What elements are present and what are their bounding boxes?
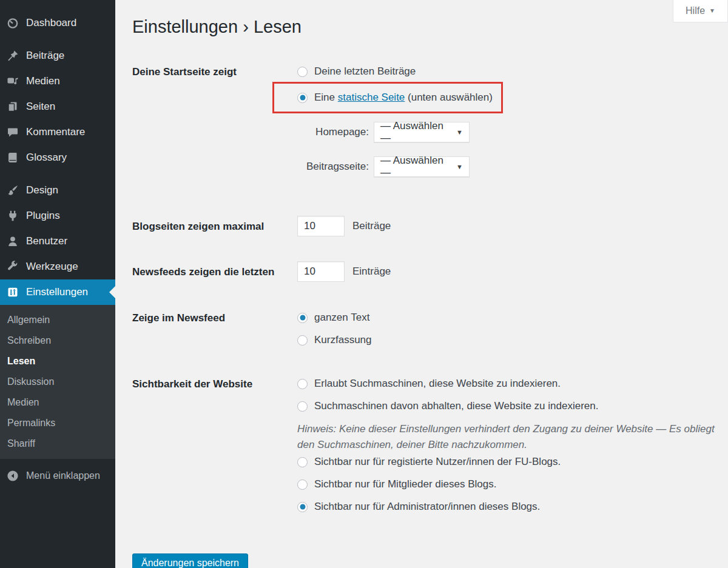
visibility-row: Sichtbarkeit der Website Erlaubt Suchmas…: [132, 376, 728, 522]
homepage-select[interactable]: — Auswählen — ▼: [374, 122, 470, 142]
homepage-select-row: Homepage: — Auswählen — ▼: [297, 122, 503, 142]
blog-pages-input[interactable]: [297, 216, 345, 236]
admin-sidebar: Dashboard Beiträge Medien Seiten: [0, 0, 115, 568]
posts-page-select[interactable]: — Auswählen — ▼: [374, 156, 470, 177]
sidebar-item-label: Seiten: [26, 101, 55, 113]
sidebar-item-label: Dashboard: [26, 17, 76, 29]
sidebar-item-label: Benutzer: [26, 235, 67, 247]
visibility-options: Erlaubt Suchmaschinen, diese Website zu …: [297, 376, 728, 522]
sidebar-item-label: Medien: [26, 75, 60, 87]
radio-blog-members[interactable]: Sichtbar nur für Mitglieder dieses Blogs…: [297, 477, 728, 492]
media-icon: [6, 75, 19, 88]
radio-summary[interactable]: Kurzfassung: [297, 333, 372, 347]
save-changes-button[interactable]: Änderungen speichern: [132, 553, 248, 568]
sidebar-item-label: Plugins: [26, 210, 60, 222]
sidebar-item-werkzeuge[interactable]: Werkzeuge: [0, 254, 115, 279]
radio-allow-indexing[interactable]: Erlaubt Suchmaschinen, diese Website zu …: [297, 376, 728, 391]
static-page-link[interactable]: statische Seite: [338, 92, 405, 103]
submenu-item-shariff[interactable]: Shariff: [0, 433, 115, 454]
radio-discourage-indexing[interactable]: Suchmaschinen davon abhalten, diese Webs…: [297, 399, 728, 413]
wordpress-admin: Dashboard Beiträge Medien Seiten: [0, 0, 728, 568]
plugin-icon: [6, 209, 19, 222]
sidebar-item-seiten[interactable]: Seiten: [0, 94, 115, 119]
radio-label: Suchmaschinen davon abhalten, diese Webs…: [314, 400, 598, 412]
submenu-item-allgemein[interactable]: Allgemein: [0, 310, 115, 330]
submenu-item-schreiben[interactable]: Schreiben: [0, 330, 115, 351]
visibility-label: Sichtbarkeit der Website: [132, 376, 297, 392]
radio-latest-posts[interactable]: Deine letzten Beiträge: [297, 64, 503, 79]
radio-circle: [297, 313, 308, 323]
sidebar-item-beitraege[interactable]: Beiträge: [0, 43, 115, 68]
submenu-item-diskussion[interactable]: Diskussion: [0, 372, 115, 392]
settings-submenu: Allgemein Schreiben Lesen Diskussion Med…: [0, 305, 115, 459]
sidebar-item-medien[interactable]: Medien: [0, 68, 115, 94]
radio-circle: [297, 93, 308, 103]
sidebar-item-plugins[interactable]: Plugins: [0, 203, 115, 229]
front-page-row: Deine Startseite zeigt Deine letzten Bei…: [132, 64, 728, 177]
front-page-label: Deine Startseite zeigt: [132, 64, 297, 79]
pin-icon: [6, 49, 19, 62]
sidebar-item-label: Design: [26, 184, 58, 196]
collapse-arrow-icon: [6, 469, 19, 483]
feed-view-label: Zeige im Newsfeed: [132, 310, 297, 326]
tools-icon: [6, 260, 19, 273]
save-button-row: Änderungen speichern: [132, 553, 728, 568]
radio-label: Eine statische Seite (unten auswählen): [314, 92, 493, 104]
sidebar-item-einstellungen[interactable]: Einstellungen: [0, 279, 115, 305]
radio-label: Sichtbar nur für Mitglieder dieses Blogs…: [314, 478, 496, 490]
submenu-item-medien[interactable]: Medien: [0, 392, 115, 413]
radio-label: Sichtbar nur für registierte Nutzer/inne…: [314, 456, 561, 468]
blog-pages-row: Blogseiten zeigen maximal Beiträge: [132, 216, 728, 236]
radio-circle: [297, 502, 308, 512]
submenu-item-lesen[interactable]: Lesen: [0, 351, 115, 372]
radio-static-page[interactable]: Eine statische Seite (unten auswählen): [297, 90, 493, 105]
sidebar-item-label: Kommentare: [26, 126, 85, 138]
settings-reading-page: Hilfe ▼ Einstellungen › Lesen Deine Star…: [115, 0, 728, 568]
posts-page-label: Beitragsseite:: [297, 161, 369, 173]
radio-circle: [297, 379, 308, 389]
book-icon: [6, 151, 19, 164]
sidebar-item-design[interactable]: Design: [0, 178, 115, 203]
active-menu-arrow: [109, 286, 115, 298]
radio-circle: [297, 335, 308, 346]
feed-view-options: ganzen Text Kurzfassung: [297, 310, 372, 347]
sidebar-item-glossary[interactable]: Glossary: [0, 145, 115, 170]
sidebar-item-benutzer[interactable]: Benutzer: [0, 229, 115, 254]
sidebar-item-label: Einstellungen: [26, 286, 88, 298]
blog-pages-suffix: Beiträge: [352, 220, 391, 232]
front-page-controls: Deine letzten Beiträge Eine statische Se…: [297, 64, 503, 177]
annotation-highlight-box: Eine statische Seite (unten auswählen): [272, 82, 503, 113]
feeds-input[interactable]: [297, 261, 345, 282]
feeds-row: Newsfeeds zeigen die letzten Einträge: [132, 261, 728, 282]
sidebar-item-dashboard[interactable]: Dashboard: [0, 10, 115, 36]
pages-icon: [6, 100, 19, 113]
sidebar-item-kommentare[interactable]: Kommentare: [0, 119, 115, 145]
blog-pages-label: Blogseiten zeigen maximal: [132, 219, 297, 234]
homepage-label: Homepage:: [297, 126, 369, 138]
chevron-down-icon: ▼: [709, 8, 715, 14]
radio-label: Kurzfassung: [314, 334, 372, 346]
visibility-note: Hinweis: Keine dieser Einstellungen verh…: [297, 421, 728, 453]
admin-menu: Dashboard Beiträge Medien Seiten: [0, 0, 115, 305]
sidebar-item-label: Beiträge: [26, 50, 64, 62]
radio-label: Erlaubt Suchmaschinen, diese Website zu …: [314, 378, 561, 390]
radio-label: Deine letzten Beiträge: [314, 65, 416, 78]
sidebar-item-label: Glossary: [26, 152, 67, 164]
feeds-label: Newsfeeds zeigen die letzten: [132, 264, 297, 279]
reading-settings-form: Deine Startseite zeigt Deine letzten Bei…: [132, 64, 728, 568]
dropdown-arrow-icon: ▼: [456, 163, 463, 170]
settings-sliders-icon: [6, 286, 19, 299]
radio-circle: [297, 457, 308, 467]
radio-registered-users[interactable]: Sichtbar nur für registierte Nutzer/inne…: [297, 455, 728, 469]
user-icon: [6, 235, 19, 248]
radio-blog-admins[interactable]: Sichtbar nur für Administrator/innen die…: [297, 500, 728, 514]
help-label: Hilfe: [686, 5, 705, 16]
feed-view-row: Zeige im Newsfeed ganzen Text Kurzfassun…: [132, 310, 728, 347]
posts-page-select-row: Beitragsseite: — Auswählen — ▼: [297, 156, 503, 177]
help-button[interactable]: Hilfe ▼: [673, 0, 728, 22]
dashboard-icon: [6, 16, 19, 30]
collapse-menu-label: Menü einklappen: [26, 470, 100, 481]
submenu-item-permalinks[interactable]: Permalinks: [0, 413, 115, 433]
radio-full-text[interactable]: ganzen Text: [297, 310, 372, 325]
collapse-menu-button[interactable]: Menü einklappen: [0, 465, 115, 487]
